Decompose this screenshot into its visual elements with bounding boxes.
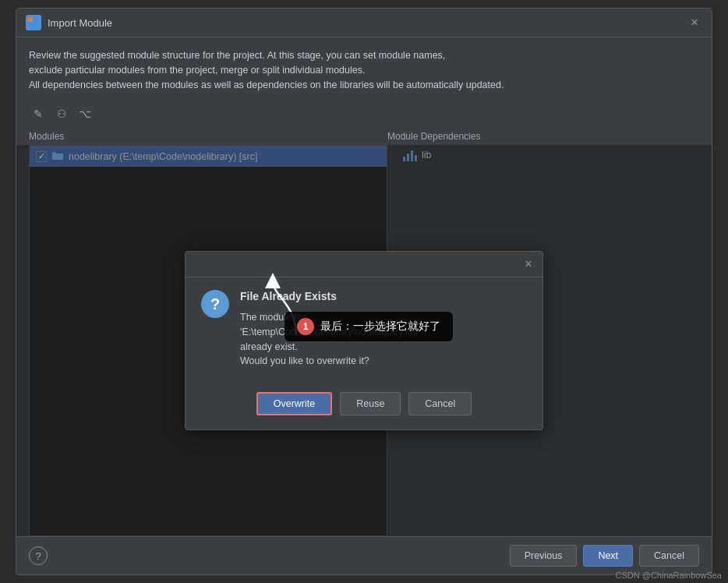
body-line4: Would you like to overwrite it? [240, 354, 527, 369]
svg-rect-0 [28, 17, 33, 22]
next-button[interactable]: Next [583, 545, 633, 567]
sub-dialog-close-button[interactable]: × [521, 256, 536, 272]
sub-dialog-actions: Overwrite Reuse Cancel [186, 384, 542, 429]
svg-rect-2 [28, 23, 33, 28]
description-line3: All dependencies between the modules as … [29, 78, 699, 93]
sub-dialog-content: ? File Already Exists The module file 'E… [186, 277, 542, 384]
description-area: Review the suggested module structure fo… [16, 37, 712, 100]
sub-cancel-button[interactable]: Cancel [408, 392, 472, 415]
watermark: CSDN @ChinaRainbowSea [615, 571, 722, 580]
modules-column-header: Modules [29, 131, 387, 142]
sub-dialog-title-bar: × [186, 252, 542, 277]
svg-rect-3 [34, 23, 39, 28]
person-button[interactable]: ⚇ [52, 104, 71, 123]
title-bar: Import Module × [16, 9, 712, 37]
sub-dialog-text-area: File Already Exists The module file 'E:\… [240, 290, 527, 369]
reuse-button[interactable]: Reuse [340, 392, 401, 415]
deps-column-header: Module Dependencies [387, 131, 699, 142]
content-area: ✓ nodelibrary (E:\temp\Code\nodelibrary)… [16, 145, 712, 536]
column-headers: Modules Module Dependencies [16, 128, 712, 145]
description-line2: exclude particular modules from the proj… [29, 63, 699, 78]
edit-button[interactable]: ✎ [29, 104, 48, 123]
main-dialog: Import Module × Review the suggested mod… [16, 8, 712, 575]
help-button[interactable]: ? [29, 546, 48, 565]
overlay: × ? File Already Exists The module file … [16, 145, 712, 536]
body-line3: already exist. [240, 340, 527, 355]
toolbar: ✎ ⚇ ⌥ [16, 100, 712, 128]
window-title: Import Module [48, 17, 687, 29]
overwrite-button[interactable]: Overwrite [256, 392, 332, 415]
sub-dialog-body: The module file 'E:\temp\Code\nodelibrar… [240, 310, 527, 369]
window-close-button[interactable]: × [687, 15, 702, 30]
body-line2: 'E:\temp\Code\nodelibrary\nodelibrary.im… [240, 325, 527, 340]
split-button[interactable]: ⌥ [76, 104, 94, 123]
sub-dialog: × ? File Already Exists The module file … [185, 251, 543, 430]
question-icon: ? [201, 290, 229, 318]
cancel-button[interactable]: Cancel [639, 545, 699, 567]
sub-dialog-title: File Already Exists [240, 290, 527, 302]
description-line1: Review the suggested module structure fo… [29, 48, 699, 63]
svg-rect-1 [34, 17, 39, 22]
bottom-bar: ? Previous Next Cancel [16, 536, 712, 574]
app-icon [26, 15, 41, 30]
previous-button[interactable]: Previous [510, 545, 578, 567]
body-line1: The module file [240, 310, 527, 325]
